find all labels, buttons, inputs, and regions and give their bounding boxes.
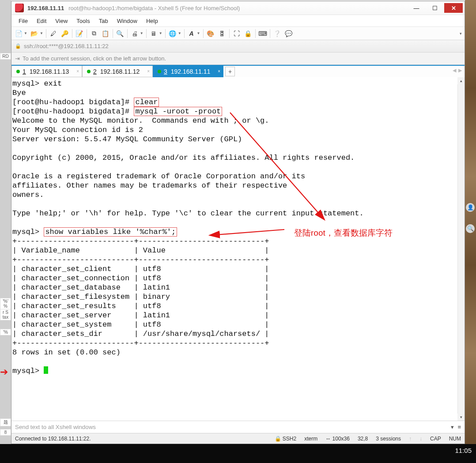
hint-text: To add the current session, click on the…	[23, 55, 166, 62]
fullscreen-icon[interactable]: ⛶	[232, 29, 241, 38]
tab-scroll-right-icon[interactable]: ▶	[458, 68, 462, 73]
scrollbar-up-icon[interactable]: ▴	[457, 77, 465, 84]
keyboard-icon[interactable]: ⌨	[258, 29, 267, 38]
tab-close-icon[interactable]: ×	[147, 69, 150, 74]
status-dot-icon	[87, 70, 91, 73]
add-tab-button[interactable]: +	[225, 67, 235, 76]
font-icon[interactable]: A	[187, 29, 196, 38]
search-icon: 🔍	[466, 224, 475, 233]
statusbar: Connected to 192.168.11.11:22. 🔒 SSH2 xt…	[11, 433, 465, 444]
window-titlebar[interactable]: 192.168.11.11 root@hu-hadoop1:/home/bigd…	[11, 1, 465, 15]
status-num: NUM	[449, 436, 461, 442]
xshell-window: 192.168.11.11 root@hu-hadoop1:/home/bigd…	[11, 1, 465, 444]
frag-a: '%' %	[0, 298, 11, 309]
terminal-pane[interactable]: ▴ ▾ mysql> exit Bye [root@hu-hadoop1 big…	[11, 77, 465, 421]
cursor	[44, 366, 48, 374]
toolbar: 📄▼ 📂▼ 🖊 🔑 📝 ⧉ 📋 🔍 🖨▼ 🖥▼ 🌐▼ A▼ 🎨 🎛 ⛶ 🔒 ⌨ …	[11, 27, 465, 40]
menu-view[interactable]: View	[51, 16, 72, 26]
frag-rd: RD	[0, 53, 11, 60]
print-icon[interactable]: 🖨	[130, 29, 139, 38]
find-icon[interactable]: 🔍	[116, 29, 125, 38]
compose-bar: ▾ ≡	[11, 421, 465, 433]
status-connected: Connected to 192.168.11.11:22.	[15, 436, 91, 442]
chat-icon[interactable]: 💬	[284, 29, 293, 38]
status-dot-icon	[158, 70, 161, 73]
tab-number: 3	[164, 68, 167, 75]
palette-icon[interactable]: 🎛	[218, 29, 227, 38]
scrollbar-down-icon[interactable]: ▾	[457, 414, 465, 421]
maximize-button[interactable]: ☐	[426, 3, 444, 13]
menubar: File Edit View Tools Tab Window Help	[11, 15, 465, 27]
copy-icon[interactable]: ⧉	[90, 29, 98, 38]
avatar-icon: 👤	[466, 203, 475, 212]
status-size: 100x36	[332, 436, 350, 442]
menu-window[interactable]: Window	[113, 16, 142, 26]
session-tab-1[interactable]: 1 192.168.11.13 ×	[11, 66, 82, 77]
scrollbar-track[interactable]	[457, 77, 465, 421]
tab-label: 192.168.11.13	[30, 68, 69, 75]
menu-edit[interactable]: Edit	[32, 16, 51, 26]
windows-taskbar[interactable]: 11:05	[0, 444, 476, 463]
right-desktop-strip: 👤 🔍	[465, 0, 476, 463]
session-tabstrip: 1 192.168.11.13 × 2 192.168.11.12 × 3 19…	[11, 65, 465, 77]
compose-menu-icon[interactable]: ≡	[457, 424, 461, 430]
tab-number: 1	[23, 68, 26, 75]
protocol-lock-icon: 🔒	[15, 43, 21, 49]
script-icon[interactable]: 📝	[75, 29, 84, 38]
close-button[interactable]: ✕	[444, 3, 463, 13]
minimize-button[interactable]: —	[407, 3, 426, 13]
tab-label: 192.168.11.12	[100, 68, 140, 75]
status-dot-icon	[16, 70, 20, 73]
menu-help[interactable]: Help	[142, 16, 162, 26]
props-icon[interactable]: 🖊	[49, 29, 58, 38]
menu-file[interactable]: File	[14, 16, 32, 26]
frag-c: '%	[0, 329, 11, 335]
frag-f: 8	[0, 429, 11, 436]
app-logo-icon	[15, 4, 24, 12]
open-icon[interactable]: 📂	[30, 29, 39, 38]
window-title-sub: root@hu-hadoop1:/home/bigdata - Xshell 5…	[68, 5, 240, 11]
frag-e: 题	[0, 418, 11, 426]
window-title-main: 192.168.11.11	[27, 5, 64, 11]
hint-bar: ⇥ To add the current session, click on t…	[11, 53, 465, 65]
frag-b: r S tax	[0, 309, 11, 320]
keygen-icon[interactable]: 🔑	[60, 29, 69, 38]
tab-label: 192.168.11.11	[171, 68, 211, 75]
lock-icon[interactable]: 🔒	[244, 29, 253, 38]
paste-icon[interactable]: 📋	[101, 29, 110, 38]
menu-tab[interactable]: Tab	[94, 16, 113, 26]
broadcast-input[interactable]	[15, 424, 451, 430]
status-cap: CAP	[430, 436, 441, 442]
tab-scroll-left-icon[interactable]: ◀	[453, 68, 456, 73]
tab-close-icon[interactable]: ×	[76, 69, 79, 74]
new-session-icon[interactable]: 📄	[14, 29, 23, 38]
terminal-output: mysql> exit Bye [root@hu-hadoop1 bigdata…	[11, 77, 465, 377]
left-desktop-strip: RD '%' % r S tax '% ➔ 题 8	[0, 0, 11, 463]
transfer-icon[interactable]: 🖥	[149, 29, 158, 38]
status-termtype: xterm	[304, 436, 317, 442]
address-bar[interactable]: 🔒 ssh://root:****@192.168.11.11:22	[11, 40, 465, 53]
status-protocol: SSH2	[283, 436, 296, 442]
hint-arrow-icon[interactable]: ⇥	[15, 55, 20, 62]
tab-number: 2	[93, 68, 97, 75]
toolbar-overflow-icon[interactable]: ▾	[460, 31, 462, 36]
session-tab-2[interactable]: 2 192.168.11.12 ×	[82, 66, 153, 77]
help-icon[interactable]: ❔	[273, 29, 282, 38]
taskbar-clock[interactable]: 11:05	[455, 447, 472, 454]
status-cursor: 32,8	[358, 436, 368, 442]
status-sessions: 3 sessions	[376, 436, 401, 442]
color-icon[interactable]: 🎨	[206, 29, 215, 38]
annotation-text: 登陆root，查看数据库字符	[294, 227, 393, 239]
globe-icon[interactable]: 🌐	[168, 29, 177, 38]
compose-dropdown-icon[interactable]: ▾	[451, 424, 454, 430]
red-arrow-decoration: ➔	[0, 366, 8, 378]
tab-close-icon[interactable]: ×	[218, 69, 220, 74]
address-text: ssh://root:****@192.168.11.11:22	[24, 43, 109, 49]
session-tab-3[interactable]: 3 192.168.11.11 ×	[153, 66, 223, 77]
menu-tools[interactable]: Tools	[72, 16, 94, 26]
